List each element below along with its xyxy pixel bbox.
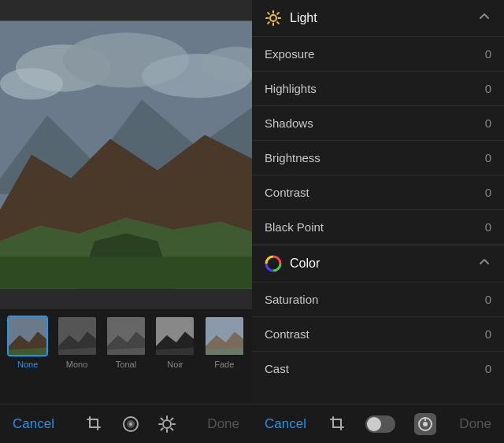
saturation-row[interactable]: Saturation 0 bbox=[252, 282, 504, 317]
filter-fade-label: Fade bbox=[214, 360, 234, 369]
left-toolbar-icons bbox=[86, 415, 176, 433]
color-section-title: Color bbox=[290, 257, 477, 271]
color-contrast-label: Contrast bbox=[265, 327, 309, 341]
light-section-header: Light bbox=[252, 0, 504, 37]
filter-none[interactable]: None bbox=[5, 316, 50, 369]
filter-tonal[interactable]: Tonal bbox=[103, 316, 149, 369]
filter-mono-thumb bbox=[57, 316, 98, 356]
exposure-row[interactable]: Exposure 0 bbox=[252, 37, 504, 72]
svg-point-28 bbox=[129, 423, 132, 426]
filter-none-thumb bbox=[7, 316, 48, 356]
filter-icon[interactable] bbox=[122, 415, 139, 433]
left-panel: None Mono Tonal bbox=[0, 0, 252, 443]
right-crop-icon[interactable] bbox=[329, 415, 346, 433]
shadows-row[interactable]: Shadows 0 bbox=[252, 106, 504, 141]
contrast-row[interactable]: Contrast 0 bbox=[252, 175, 504, 210]
light-collapse-chevron[interactable] bbox=[477, 9, 491, 27]
black-point-label: Black Point bbox=[265, 220, 324, 234]
svg-point-49 bbox=[423, 422, 428, 426]
filter-fade[interactable]: Fade bbox=[202, 316, 247, 369]
left-toolbar: Cancel bbox=[0, 404, 252, 443]
color-section-header: Color bbox=[252, 245, 504, 282]
right-toolbar-icons bbox=[329, 413, 436, 435]
filter-noir-label: Noir bbox=[167, 360, 183, 369]
shadows-label: Shadows bbox=[265, 116, 313, 130]
filter-mono[interactable]: Mono bbox=[54, 316, 99, 369]
right-cancel-button[interactable]: Cancel bbox=[265, 416, 306, 432]
color-wheel-icon bbox=[265, 255, 282, 272]
left-cancel-button[interactable]: Cancel bbox=[13, 416, 54, 432]
svg-point-29 bbox=[163, 420, 171, 428]
svg-rect-10 bbox=[0, 257, 252, 289]
right-toolbar: Cancel Done bbox=[252, 404, 504, 443]
mountain-image bbox=[0, 0, 252, 309]
filter-strip: None Mono Tonal bbox=[0, 309, 252, 404]
black-point-value: 0 bbox=[485, 220, 491, 234]
highlights-row[interactable]: Highlights 0 bbox=[252, 72, 504, 106]
black-point-row[interactable]: Black Point 0 bbox=[252, 210, 504, 245]
filter-tonal-thumb bbox=[106, 316, 146, 356]
color-collapse-chevron[interactable] bbox=[477, 255, 491, 272]
light-section-title: Light bbox=[290, 11, 477, 25]
svg-line-45 bbox=[277, 13, 279, 14]
filter-mono-label: Mono bbox=[66, 360, 88, 369]
crop-icon[interactable] bbox=[86, 415, 103, 433]
highlights-value: 0 bbox=[485, 82, 491, 95]
filter-none-label: None bbox=[17, 360, 38, 369]
brightness-label: Brightness bbox=[265, 151, 321, 164]
adjust-icon[interactable] bbox=[158, 415, 176, 433]
filter-noir[interactable]: Noir bbox=[152, 316, 198, 369]
contrast-value: 0 bbox=[485, 186, 491, 199]
light-adjustments-list: Exposure 0 Highlights 0 Shadows 0 Bright… bbox=[252, 37, 504, 404]
shadows-value: 0 bbox=[485, 116, 491, 130]
svg-line-35 bbox=[171, 428, 172, 430]
svg-line-46 bbox=[268, 22, 269, 24]
filter-fade-thumb bbox=[204, 316, 245, 356]
svg-line-34 bbox=[161, 418, 163, 419]
color-contrast-value: 0 bbox=[485, 327, 491, 341]
filter-tonal-label: Tonal bbox=[116, 360, 136, 369]
cast-value: 0 bbox=[485, 362, 491, 375]
photo-placeholder bbox=[0, 0, 252, 309]
exposure-label: Exposure bbox=[265, 47, 314, 61]
filter-noir-thumb bbox=[154, 316, 195, 356]
svg-point-4 bbox=[0, 68, 63, 100]
sun-icon bbox=[265, 9, 282, 27]
cast-row[interactable]: Cast 0 bbox=[252, 352, 504, 386]
camera-tool-icon[interactable] bbox=[414, 413, 436, 435]
toggle-switch[interactable] bbox=[365, 415, 395, 433]
right-done-button[interactable]: Done bbox=[459, 416, 491, 432]
photo-area bbox=[0, 0, 252, 309]
color-contrast-row[interactable]: Contrast 0 bbox=[252, 317, 504, 352]
svg-line-36 bbox=[171, 418, 172, 419]
saturation-value: 0 bbox=[485, 293, 491, 306]
highlights-label: Highlights bbox=[265, 82, 317, 95]
exposure-value: 0 bbox=[485, 47, 491, 61]
contrast-label: Contrast bbox=[265, 186, 309, 199]
right-panel: Light Exposure 0 Highlights 0 Shadows 0 … bbox=[252, 0, 504, 443]
brightness-value: 0 bbox=[485, 151, 491, 164]
svg-line-43 bbox=[268, 13, 269, 14]
brightness-row[interactable]: Brightness 0 bbox=[252, 141, 504, 175]
svg-point-38 bbox=[270, 15, 276, 21]
svg-line-37 bbox=[161, 428, 163, 430]
saturation-label: Saturation bbox=[265, 293, 318, 306]
cast-label: Cast bbox=[265, 362, 289, 375]
left-done-button[interactable]: Done bbox=[207, 416, 239, 432]
svg-line-44 bbox=[277, 22, 279, 24]
